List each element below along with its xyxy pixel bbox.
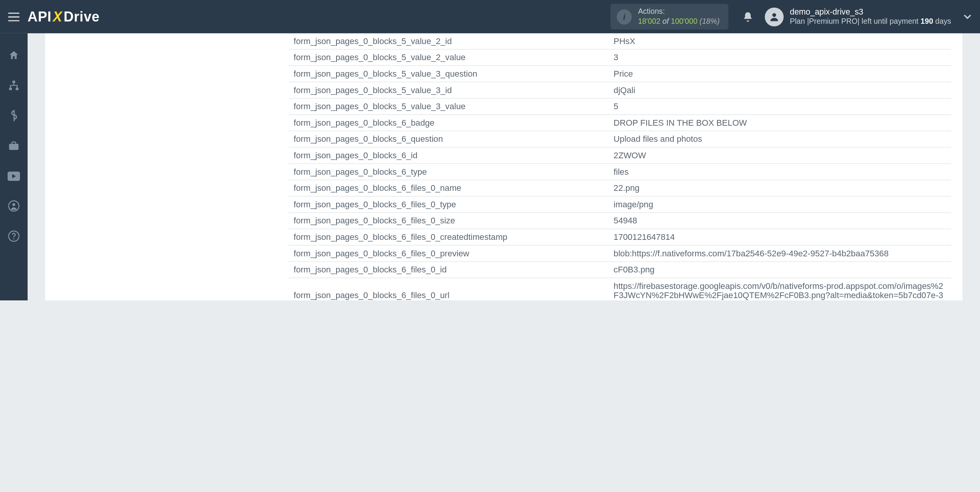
row-key: form_json_pages_0_blocks_6_question — [289, 131, 609, 148]
row-value: PHsX — [609, 33, 951, 49]
logo-text-api: API — [28, 8, 52, 25]
table-row: form_json_pages_0_blocks_6_files_0_typei… — [289, 196, 951, 213]
row-key: form_json_pages_0_blocks_6_files_0_size — [289, 213, 609, 229]
sidebar-youtube-icon[interactable] — [0, 166, 28, 185]
row-key: form_json_pages_0_blocks_5_value_3_quest… — [289, 66, 609, 82]
row-key: form_json_pages_0_blocks_6_files_0_id — [289, 262, 609, 278]
row-key: form_json_pages_0_blocks_6_files_0_url — [289, 278, 609, 300]
logo-text-drive: Drive — [64, 8, 100, 25]
row-key: form_json_pages_0_blocks_5_value_2_id — [289, 33, 609, 49]
table-row: form_json_pages_0_blocks_6_files_0_idcF0… — [289, 262, 951, 278]
app-logo[interactable]: API X Drive — [28, 8, 100, 25]
table-row: form_json_pages_0_blocks_6_files_0_creat… — [289, 229, 951, 245]
sidebar-briefcase-icon[interactable] — [0, 136, 28, 155]
row-value: blob:https://f.nativeforms.com/17ba2546-… — [609, 245, 951, 262]
actions-text: Actions: 18'002 of 100'000 (18%) — [638, 7, 720, 26]
svg-rect-4 — [9, 144, 19, 150]
plan-line: Plan |Premium PRO| left until payment 19… — [790, 17, 951, 26]
row-value: djQali — [609, 82, 951, 98]
username: demo_apix-drive_s3 — [790, 7, 951, 17]
user-text: demo_apix-drive_s3 Plan |Premium PRO| le… — [790, 7, 951, 26]
table-row: form_json_pages_0_blocks_5_value_2_idPHs… — [289, 33, 951, 49]
content-area: form_json_pages_0_blocks_5_value_2_idPHs… — [28, 33, 980, 300]
svg-rect-2 — [9, 88, 12, 90]
sidebar-connections-icon[interactable] — [0, 76, 28, 95]
actions-of: of — [660, 16, 671, 25]
svg-rect-1 — [12, 81, 15, 83]
row-value: Price — [609, 66, 951, 82]
row-value: 1700121647814 — [609, 229, 951, 245]
row-value: files — [609, 164, 951, 180]
user-avatar-icon — [765, 7, 784, 26]
table-row: form_json_pages_0_blocks_5_value_3_quest… — [289, 66, 951, 82]
row-key: form_json_pages_0_blocks_6_files_0_creat… — [289, 229, 609, 245]
hamburger-menu-icon[interactable] — [6, 9, 21, 24]
logo-text-x: X — [53, 8, 62, 25]
table-row: form_json_pages_0_blocks_5_value_2_value… — [289, 49, 951, 66]
top-header: API X Drive i Actions: 18'002 of 100'000… — [0, 0, 980, 33]
chevron-down-icon[interactable] — [961, 10, 974, 23]
row-key: form_json_pages_0_blocks_6_id — [289, 147, 609, 164]
row-key: form_json_pages_0_blocks_6_files_0_name — [289, 180, 609, 197]
row-value: 3 — [609, 49, 951, 66]
sidebar-home-icon[interactable] — [0, 46, 28, 65]
actions-count: 18'002 — [638, 16, 660, 25]
svg-point-9 — [13, 238, 14, 239]
left-sidebar — [0, 33, 28, 300]
info-icon: i — [617, 9, 632, 24]
actions-counter-box[interactable]: i Actions: 18'002 of 100'000 (18%) — [611, 4, 728, 30]
actions-label: Actions: — [638, 7, 720, 17]
table-row: form_json_pages_0_blocks_5_value_3_value… — [289, 98, 951, 115]
row-value: DROP FILES IN THE BOX BELOW — [609, 115, 951, 131]
row-value: 22.png — [609, 180, 951, 197]
table-row: form_json_pages_0_blocks_6_questionUploa… — [289, 131, 951, 148]
row-value: 5 — [609, 98, 951, 115]
svg-rect-3 — [16, 88, 18, 90]
row-value: 2ZWOW — [609, 147, 951, 164]
table-row: form_json_pages_0_blocks_6_files_0_size5… — [289, 213, 951, 229]
actions-total: 100'000 — [671, 16, 697, 25]
row-key: form_json_pages_0_blocks_6_type — [289, 164, 609, 180]
sidebar-help-icon[interactable] — [0, 227, 28, 246]
row-key: form_json_pages_0_blocks_5_value_3_value — [289, 98, 609, 115]
row-key: form_json_pages_0_blocks_6_files_0_previ… — [289, 245, 609, 262]
row-value: image/png — [609, 196, 951, 213]
row-key: form_json_pages_0_blocks_6_files_0_type — [289, 196, 609, 213]
row-key: form_json_pages_0_blocks_6_badge — [289, 115, 609, 131]
row-key: form_json_pages_0_blocks_5_value_3_id — [289, 82, 609, 98]
table-row: form_json_pages_0_blocks_6_files_0_urlht… — [289, 278, 951, 300]
row-key: form_json_pages_0_blocks_5_value_2_value — [289, 49, 609, 66]
left-panel — [45, 33, 277, 300]
notifications-bell-icon[interactable] — [740, 8, 756, 25]
table-row: form_json_pages_0_blocks_6_badgeDROP FIL… — [289, 115, 951, 131]
table-row: form_json_pages_0_blocks_6_files_0_name2… — [289, 180, 951, 197]
row-value: 54948 — [609, 213, 951, 229]
actions-percent: (18%) — [697, 16, 720, 25]
row-value: Upload files and photos — [609, 131, 951, 148]
svg-point-7 — [12, 203, 15, 206]
row-value: cF0B3.png — [609, 262, 951, 278]
main-panel[interactable]: form_json_pages_0_blocks_5_value_2_idPHs… — [277, 33, 962, 300]
table-row: form_json_pages_0_blocks_6_files_0_previ… — [289, 245, 951, 262]
table-row: form_json_pages_0_blocks_6_typefiles — [289, 164, 951, 180]
svg-point-0 — [772, 13, 776, 17]
sidebar-account-icon[interactable] — [0, 197, 28, 215]
sidebar-billing-icon[interactable] — [0, 106, 28, 125]
table-row: form_json_pages_0_blocks_5_value_3_iddjQ… — [289, 82, 951, 98]
row-value: https://firebasestorage.googleapis.com/v… — [609, 278, 951, 300]
user-menu[interactable]: demo_apix-drive_s3 Plan |Premium PRO| le… — [765, 7, 951, 26]
table-row: form_json_pages_0_blocks_6_id2ZWOW — [289, 147, 951, 164]
data-table: form_json_pages_0_blocks_5_value_2_idPHs… — [289, 33, 951, 300]
